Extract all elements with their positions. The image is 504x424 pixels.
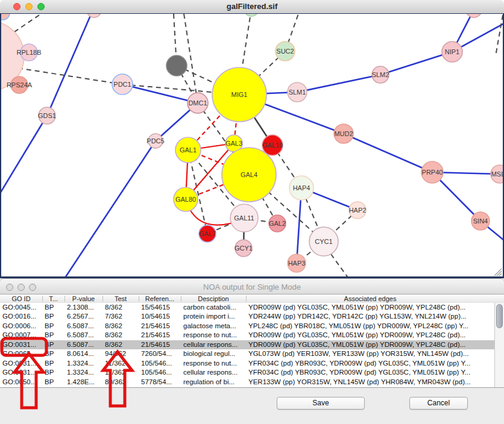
cell-p_value: 6.2567... xyxy=(65,313,102,320)
cell-type: BP xyxy=(42,313,65,320)
node-label: HAP2 xyxy=(349,207,367,214)
column-header-reference[interactable]: Referen... xyxy=(139,295,181,302)
node-label: PDC1 xyxy=(113,81,131,88)
node-corner-node[interactable] xyxy=(1,14,10,20)
column-header-description[interactable]: Desciption xyxy=(181,295,246,302)
table-row[interactable]: GO:0006...BP6.5087...8/36221/54615galact… xyxy=(0,322,494,331)
cell-description: regulation of bi... xyxy=(181,378,246,385)
window-title: galFiltered.sif xyxy=(0,2,504,11)
node-label: GDS1 xyxy=(38,112,56,119)
cell-assoc: YFR034C (pd) YBR093C, YDR009W (pd) YGL03… xyxy=(246,360,494,367)
node-top-right-node[interactable] xyxy=(466,14,482,17)
node-top-green-node[interactable] xyxy=(244,14,259,16)
table-row[interactable]: GO:0031...BP1.3324...11/362105/546...res… xyxy=(0,359,494,368)
cell-type: BP xyxy=(42,369,65,376)
column-header-go_id[interactable]: GO ID xyxy=(0,295,42,302)
column-header-p_value[interactable]: P-value xyxy=(65,295,102,302)
cell-description: protein import i... xyxy=(181,313,246,320)
header-separator xyxy=(181,296,181,302)
cell-go_id: GO:0031... xyxy=(0,360,42,367)
network-titlebar[interactable]: galFiltered.sif xyxy=(0,0,504,14)
cell-go_id: GO:0065... xyxy=(0,350,42,357)
node-label: SLM1 xyxy=(289,89,306,96)
edge-pp[interactable] xyxy=(65,141,156,276)
edge-pd[interactable] xyxy=(18,68,122,84)
cell-test: 11/362 xyxy=(102,360,139,367)
cancel-button[interactable]: Cancel xyxy=(409,397,468,410)
cell-test: 8/362 xyxy=(102,341,139,348)
edge-pp[interactable] xyxy=(1,116,47,193)
cell-reference: 21/54615 xyxy=(139,322,181,329)
node-label: GAL3 xyxy=(225,140,242,147)
column-header-assoc[interactable]: Associated edges xyxy=(246,295,494,302)
cell-assoc: YER133W (pp) YOR315W, YNL145W (pd) YHR08… xyxy=(246,378,494,385)
cell-test: 11/362 xyxy=(102,369,139,376)
cell-type: BP xyxy=(42,378,65,385)
cell-assoc: YPL248C (pd) YBR018C, YML051W (pp) YDR00… xyxy=(246,322,494,329)
node-gray-node[interactable] xyxy=(166,55,187,76)
cell-reference: 105/546... xyxy=(139,360,181,367)
cell-description: cellular respons... xyxy=(181,341,246,348)
edge-pp[interactable] xyxy=(47,16,90,116)
header-separator xyxy=(42,296,43,302)
edge-pp[interactable] xyxy=(297,75,380,92)
table-row[interactable]: GO:0031...BP1.3324...11/362105/546...cel… xyxy=(0,368,494,377)
noa-window-title: NOA output for Single Mode xyxy=(0,282,504,292)
noa-titlebar[interactable]: NOA output for Single Mode xyxy=(0,278,504,295)
node-label: GAL2 xyxy=(269,220,286,227)
cell-description: cellular respons... xyxy=(181,369,246,376)
edge-pp[interactable] xyxy=(380,52,452,75)
cell-assoc: YDR009W (pd) YGL035C, YML051W (pp) YDR00… xyxy=(246,304,494,311)
cell-go_id: GO:0050... xyxy=(0,378,42,385)
table-row[interactable]: GO:0050...BP1.428E...80/3625778/54...reg… xyxy=(0,378,494,387)
table-row[interactable]: GO:0007...BP6.5087...8/36221/54615respon… xyxy=(0,331,494,340)
cell-type: BP xyxy=(42,304,65,311)
vertical-scrollbar[interactable] xyxy=(494,303,504,387)
cell-go_id: GO:0016... xyxy=(0,313,42,320)
cell-p_value: 6.5087... xyxy=(65,322,102,329)
resize-grip[interactable] xyxy=(494,269,502,276)
cell-reference: 21/54615 xyxy=(139,331,181,338)
edge-pd[interactable] xyxy=(496,15,503,56)
cell-reference: 15/54615 xyxy=(139,304,181,311)
cell-assoc: YDR009W (pd) YGL035C, YML051W (pp) YDR00… xyxy=(246,341,494,348)
column-header-test[interactable]: Test xyxy=(102,295,139,302)
network-canvas[interactable]: RPL18BRPS24AGDS1PDC1DMC1MIG1SUC2SLM1SLM2… xyxy=(0,13,504,278)
node-label: HAP3 xyxy=(288,260,306,267)
header-separator xyxy=(139,296,139,302)
node-label: MUD2 xyxy=(334,130,353,137)
cell-go_id: GO:0006... xyxy=(0,322,42,329)
cell-description: galactose meta... xyxy=(181,322,246,329)
cell-test: 7/362 xyxy=(102,313,139,320)
node-label: CYC1 xyxy=(315,238,332,245)
node-top-center-node[interactable] xyxy=(87,14,101,17)
node-label: SIN4 xyxy=(473,217,488,225)
scrollbar-thumb[interactable] xyxy=(496,304,503,328)
table-row[interactable]: GO:0016...BP6.2567...7/36210/54615protei… xyxy=(0,312,494,321)
table-row[interactable]: GO:0045...BP2.1308...8/36215/54615carbon… xyxy=(0,303,494,312)
cell-test: 8/362 xyxy=(102,322,139,329)
save-button[interactable]: Save xyxy=(277,397,365,410)
cell-type: BP xyxy=(42,350,65,357)
edge-pp[interactable] xyxy=(344,134,432,172)
column-header-type[interactable]: T... xyxy=(42,295,65,302)
header-separator xyxy=(246,296,247,302)
cell-go_id: GO:0045... xyxy=(0,304,42,311)
cell-p_value: 1.3324... xyxy=(65,369,102,376)
table-row-selected[interactable]: GO:0031...BP6.5087...8/36221/54615cellul… xyxy=(0,340,494,349)
cell-type: BP xyxy=(42,331,65,338)
node-label: GAL7 xyxy=(199,230,216,237)
cell-reference: 105/546... xyxy=(139,369,181,376)
table-body: GO:0045...BP2.1308...8/36215/54615carbon… xyxy=(0,303,494,387)
cell-assoc: YFR034C (pd) YBR093C, YDR009W (pd) YGL03… xyxy=(246,369,494,376)
cell-reference: 21/54615 xyxy=(139,341,181,348)
cell-go_id: GO:0007... xyxy=(0,331,42,338)
table-header[interactable]: GO IDT...P-valueTestReferen...Desciption… xyxy=(0,295,504,304)
cell-test: 8/362 xyxy=(102,331,139,338)
node-label: HAP4 xyxy=(293,184,310,192)
edge-pd[interactable] xyxy=(331,254,348,276)
cell-assoc: YGL073W (pd) YER103W, YER133W (pp) YOR31… xyxy=(246,350,494,357)
cell-type: BP xyxy=(42,360,65,367)
node-label: SLM2 xyxy=(372,71,389,78)
table-row[interactable]: GO:0065...BP8.0614...94/3627260/54...bio… xyxy=(0,349,494,358)
